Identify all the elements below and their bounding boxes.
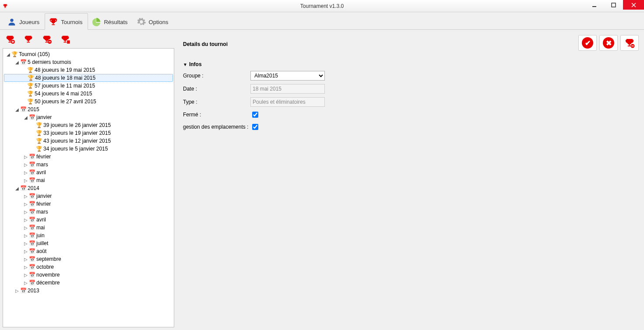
add-tournament-button[interactable] — [4, 34, 17, 45]
collapse-icon[interactable]: ◢ — [14, 107, 20, 112]
cancel-button[interactable]: ✖ — [599, 35, 618, 51]
svg-point-2 — [10, 19, 13, 22]
tree-label: 34 joueurs le 5 janvier 2015 — [43, 146, 108, 152]
tree-label: février — [36, 201, 51, 207]
tree-month[interactable]: ▷📅avril — [4, 169, 173, 176]
tree-item[interactable]: 🏆34 joueurs le 5 janvier 2015 — [4, 145, 173, 153]
tree-month[interactable]: ▷📅octobre — [4, 263, 173, 271]
calendar-icon: 📅 — [28, 280, 35, 286]
pie-icon — [91, 17, 101, 27]
expand-icon[interactable]: ▷ — [23, 154, 28, 159]
tree-label: 39 joueurs le 26 janvier 2015 — [43, 122, 111, 128]
tree-item[interactable]: 🏆33 joueurs le 19 janvier 2015 — [4, 129, 173, 137]
remove-tournament-button[interactable] — [620, 35, 639, 51]
tree-month[interactable]: ▷📅mai — [4, 176, 173, 184]
trophy-icon: 🏆 — [35, 146, 42, 152]
expand-icon[interactable]: ▷ — [23, 162, 28, 167]
tab-joueurs[interactable]: Joueurs — [4, 14, 45, 29]
tree-month[interactable]: ▷📅décembre — [4, 279, 173, 287]
delete-tournament-button[interactable] — [40, 34, 53, 45]
minimize-button[interactable] — [584, 0, 604, 10]
tournament-tree[interactable]: ◢ 🏆 Tournoi (105) ◢ 📅 5 derniers tournoi… — [3, 48, 174, 327]
collapse-icon[interactable]: ◢ — [14, 186, 20, 191]
tree-recent[interactable]: ◢ 📅 5 derniers tournois — [4, 58, 173, 66]
tree-month[interactable]: ▷📅juin — [4, 232, 173, 239]
collapse-icon[interactable]: ◢ — [14, 60, 20, 65]
app-trophy-icon — [3, 4, 8, 9]
expand-icon[interactable]: ▷ — [23, 194, 28, 199]
tab-tournois[interactable]: Tournois — [45, 13, 88, 30]
edit-tournament-button[interactable] — [22, 34, 35, 45]
expand-icon[interactable]: ▷ — [23, 265, 28, 270]
expand-icon[interactable]: ▷ — [23, 170, 28, 175]
expand-icon[interactable]: ▷ — [23, 202, 28, 207]
expand-icon[interactable]: ▷ — [23, 273, 28, 277]
tree-month[interactable]: ▷📅novembre — [4, 271, 173, 279]
tree-month[interactable]: ▷📅février — [4, 200, 173, 208]
tree-item-selected[interactable]: 🏆48 joueurs le 18 mai 2015 — [4, 74, 173, 82]
tree-label: septembre — [36, 256, 61, 262]
tree-label: janvier — [36, 114, 52, 120]
tree-label: Tournoi (105) — [19, 51, 50, 57]
tree-month[interactable]: ▷📅mars — [4, 161, 173, 169]
tree-label: 43 joueurs le 12 janvier 2015 — [43, 138, 111, 144]
groupe-select[interactable]: Alma2015 — [250, 71, 325, 81]
tree-label: 54 joueurs le 4 mai 2015 — [35, 91, 92, 97]
date-field — [250, 84, 325, 94]
tree-label: octobre — [36, 264, 54, 270]
calendar-icon: 📅 — [28, 248, 35, 254]
tree-item[interactable]: 🏆50 joueurs le 27 avril 2015 — [4, 98, 173, 105]
expand-icon[interactable]: ▷ — [23, 241, 28, 246]
tree-year-2015[interactable]: ◢📅2015 — [4, 105, 173, 113]
expand-icon[interactable]: ▷ — [23, 178, 28, 183]
expand-icon[interactable]: ▷ — [23, 233, 28, 238]
confirm-button[interactable]: ✔ — [578, 35, 597, 51]
tree-month[interactable]: ▷📅août — [4, 247, 173, 255]
expand-icon[interactable]: ▷ — [23, 281, 28, 285]
section-infos[interactable]: ▼ Infos — [183, 61, 636, 67]
tournament-toolbar — [3, 32, 174, 48]
expand-icon[interactable]: ▷ — [23, 257, 28, 262]
tree-month[interactable]: ▷📅mai — [4, 224, 173, 232]
tab-options[interactable]: Options — [133, 14, 174, 29]
collapse-icon[interactable]: ◢ — [23, 115, 28, 120]
expand-icon[interactable]: ▷ — [14, 288, 20, 293]
tree-month[interactable]: ▷📅février — [4, 153, 173, 161]
expand-icon[interactable]: ▷ — [23, 210, 28, 214]
chevron-down-icon: ▼ — [183, 62, 187, 67]
tree-year-2013[interactable]: ▷📅2013 — [4, 287, 173, 295]
tree-label: 48 joueurs le 18 mai 2015 — [35, 75, 95, 81]
tree-item[interactable]: 🏆48 joueurs le 19 mai 2015 — [4, 66, 173, 74]
tree-item[interactable]: 🏆39 joueurs le 26 janvier 2015 — [4, 121, 173, 129]
tree-root[interactable]: ◢ 🏆 Tournoi (105) — [4, 50, 173, 58]
tree-label: février — [36, 154, 51, 160]
tree-month[interactable]: ▷📅juillet — [4, 239, 173, 247]
ferme-checkbox[interactable] — [252, 112, 258, 118]
tab-resultats[interactable]: Résultats — [88, 14, 133, 29]
tree-month[interactable]: ▷📅janvier — [4, 192, 173, 200]
maximize-button[interactable] — [604, 0, 623, 10]
tree-item[interactable]: 🏆43 joueurs le 12 janvier 2015 — [4, 137, 173, 145]
tree-label: mars — [36, 209, 48, 215]
collapse-icon[interactable]: ◢ — [6, 52, 11, 57]
tree-year-2014[interactable]: ◢📅2014 — [4, 184, 173, 192]
tree-month[interactable]: ▷📅septembre — [4, 255, 173, 263]
gestion-checkbox[interactable] — [252, 124, 258, 130]
expand-icon[interactable]: ▷ — [23, 249, 28, 254]
expand-icon[interactable]: ▷ — [23, 218, 28, 222]
gear-icon — [137, 17, 146, 27]
tree-label: mars — [36, 161, 48, 168]
tree-item[interactable]: 🏆54 joueurs le 4 mai 2015 — [4, 90, 173, 98]
tree-item[interactable]: 🏆57 joueurs le 11 mai 2015 — [4, 82, 173, 90]
tree-month[interactable]: ▷📅avril — [4, 216, 173, 224]
tree-month[interactable]: ▷📅mars — [4, 208, 173, 216]
tab-label: Options — [149, 19, 169, 25]
tree-month-janvier-2015[interactable]: ◢📅janvier — [4, 113, 173, 121]
close-button[interactable] — [623, 0, 644, 10]
export-tournament-button[interactable] — [59, 34, 72, 45]
tab-strip: Joueurs Tournois Résultats Options — [0, 12, 644, 30]
calendar-icon: 📅 — [28, 193, 35, 199]
expand-icon[interactable]: ▷ — [23, 225, 28, 230]
tree-label: 48 joueurs le 19 mai 2015 — [35, 67, 95, 73]
groupe-label: Groupe : — [183, 73, 250, 79]
